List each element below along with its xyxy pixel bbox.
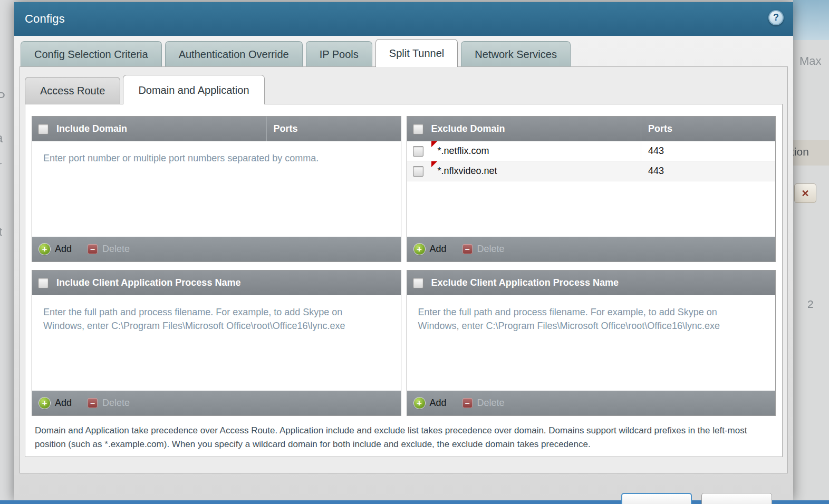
exclude-app-header: Exclude Client Application Process Name <box>407 270 776 295</box>
dialog-secondary-button[interactable] <box>701 493 772 504</box>
delete-label: Delete <box>477 244 505 255</box>
delete-label: Delete <box>102 244 130 255</box>
background-left-strip <box>0 0 14 504</box>
dialog-primary-button[interactable] <box>621 493 692 504</box>
select-all-checkbox[interactable] <box>413 278 423 288</box>
exclude-app-table: Exclude Client Application Process Name … <box>407 270 776 416</box>
header-checkbox-cell <box>32 270 56 295</box>
background-right-strip <box>793 0 829 504</box>
row-checkbox[interactable] <box>413 146 423 157</box>
delete-button[interactable]: − Delete <box>88 398 130 409</box>
dialog-titlebar: Configs ? <box>14 2 793 36</box>
delete-button[interactable]: − Delete <box>462 244 505 255</box>
include-domain-placeholder: Enter port number or multiple port numbe… <box>32 141 401 165</box>
exclude-app-body[interactable]: Enter the full path and process filename… <box>407 295 776 391</box>
domain-value: *.netflix.com <box>438 146 489 157</box>
add-icon: + <box>414 244 425 255</box>
exclude-domain-table: Exclude Domain Ports *.netflix.com <box>407 116 776 262</box>
tab-split-tunnel[interactable]: Split Tunnel <box>375 39 458 67</box>
add-button[interactable]: + Add <box>414 398 447 409</box>
background-left-fragment: P <box>0 90 5 104</box>
domain-value: *.nflxvideo.net <box>438 166 497 177</box>
modified-flag-icon <box>431 161 437 167</box>
exclude-app-placeholder: Enter the full path and process filename… <box>407 295 776 333</box>
table-row[interactable]: *.netflix.com 443 <box>407 141 776 161</box>
background-text-max: Max <box>799 54 822 68</box>
row-checkbox-cell <box>407 161 431 181</box>
include-app-placeholder: Enter the full path and process filename… <box>32 295 401 333</box>
include-domain-footer: + Add − Delete <box>32 237 401 261</box>
add-icon: + <box>39 244 50 255</box>
background-text-2: 2 <box>807 298 814 311</box>
exclude-app-footer: + Add − Delete <box>407 391 776 415</box>
add-label: Add <box>430 244 447 255</box>
table-row[interactable]: *.nflxvideo.net 443 <box>407 161 776 181</box>
subtab-domain-and-application[interactable]: Domain and Application <box>123 75 264 104</box>
select-all-checkbox[interactable] <box>38 278 49 288</box>
include-app-body[interactable]: Enter the full path and process filename… <box>32 295 401 391</box>
domain-cell: *.netflix.com <box>431 141 641 161</box>
background-close-button[interactable]: ✕ <box>794 183 816 203</box>
include-app-header: Include Client Application Process Name <box>32 270 401 295</box>
delete-icon: − <box>88 398 98 408</box>
include-domain-body[interactable]: Enter port number or multiple port numbe… <box>32 141 401 237</box>
row-checkbox-cell <box>407 141 431 161</box>
header-checkbox-cell <box>407 270 431 295</box>
select-all-checkbox[interactable] <box>413 124 423 134</box>
ports-header-label: Ports <box>641 117 775 141</box>
header-checkbox-cell <box>32 117 56 141</box>
include-app-footer: + Add − Delete <box>32 391 401 415</box>
precedence-note: Domain and Application take precedence o… <box>35 424 768 452</box>
close-icon: ✕ <box>801 188 809 199</box>
include-app-table: Include Client Application Process Name … <box>32 270 401 416</box>
sub-tab-bar: Access Route Domain and Application <box>20 67 787 104</box>
exclude-domain-header: Exclude Domain Ports <box>407 117 776 141</box>
exclude-domain-header-label: Exclude Domain <box>431 117 641 141</box>
modified-flag-icon <box>431 141 437 147</box>
subtab-access-route[interactable]: Access Route <box>25 77 120 104</box>
include-domain-header-label: Include Domain <box>56 117 266 141</box>
background-header-fragment <box>793 0 829 40</box>
tab-network-services[interactable]: Network Services <box>461 41 571 66</box>
tab-authentication-override[interactable]: Authentication Override <box>165 41 303 66</box>
configs-dialog: Configs ? Config Selection Criteria Auth… <box>14 2 793 501</box>
include-domain-table: Include Domain Ports Enter port number o… <box>32 116 401 262</box>
add-label: Add <box>55 398 72 409</box>
delete-icon: − <box>462 244 473 254</box>
delete-button[interactable]: − Delete <box>462 398 505 409</box>
select-all-checkbox[interactable] <box>38 124 49 134</box>
delete-label: Delete <box>477 398 505 409</box>
include-app-header-label: Include Client Application Process Name <box>56 270 401 295</box>
exclude-app-header-label: Exclude Client Application Process Name <box>431 270 776 295</box>
background-text-tion: tion <box>791 146 809 158</box>
ports-cell: 443 <box>641 141 775 161</box>
ports-header-label: Ports <box>266 117 401 141</box>
help-icon[interactable]: ? <box>768 10 784 25</box>
background-left-fragment: it <box>0 225 2 239</box>
add-label: Add <box>55 244 72 255</box>
delete-icon: − <box>88 244 98 254</box>
delete-button[interactable]: − Delete <box>88 244 130 255</box>
background-left-fragment: r <box>0 159 2 172</box>
tables-grid: Include Domain Ports Enter port number o… <box>32 116 776 416</box>
add-icon: + <box>39 398 50 409</box>
tab-ip-pools[interactable]: IP Pools <box>306 41 372 66</box>
add-button[interactable]: + Add <box>39 398 72 409</box>
exclude-domain-body: *.netflix.com 443 *.nflxvideo.net <box>407 141 776 237</box>
ports-cell: 443 <box>641 161 775 181</box>
add-label: Add <box>430 398 447 409</box>
header-checkbox-cell <box>407 117 431 141</box>
exclude-domain-footer: + Add − Delete <box>407 237 776 261</box>
dialog-title: Configs <box>25 12 65 26</box>
split-tunnel-content: Access Route Domain and Application Incl… <box>20 66 788 473</box>
tab-config-selection-criteria[interactable]: Config Selection Criteria <box>21 41 162 66</box>
add-button[interactable]: + Add <box>39 244 72 255</box>
delete-label: Delete <box>102 398 130 409</box>
domain-cell: *.nflxvideo.net <box>431 161 641 181</box>
include-domain-header: Include Domain Ports <box>32 117 401 141</box>
main-tab-bar: Config Selection Criteria Authentication… <box>14 36 793 66</box>
domain-application-panel: Include Domain Ports Enter port number o… <box>25 104 783 457</box>
add-button[interactable]: + Add <box>414 244 447 255</box>
delete-icon: − <box>462 398 473 408</box>
row-checkbox[interactable] <box>413 166 423 177</box>
